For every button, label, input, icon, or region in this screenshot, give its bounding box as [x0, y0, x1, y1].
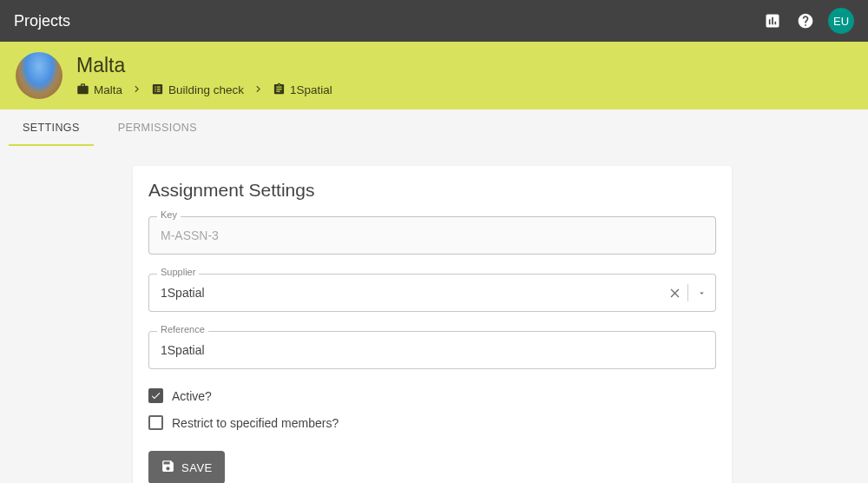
chevron-right-icon	[130, 83, 143, 98]
dropdown-icon[interactable]	[694, 285, 709, 301]
breadcrumb-label: Malta	[94, 83, 122, 96]
restrict-checkbox[interactable]	[148, 415, 163, 430]
save-icon	[161, 459, 175, 476]
reference-input[interactable]	[148, 331, 716, 369]
field-label: Supplier	[157, 267, 199, 277]
header-text: Malta Malta Building check	[76, 54, 332, 98]
field-reference: Reference	[148, 331, 716, 369]
card-title: Assignment Settings	[148, 180, 716, 201]
field-supplier: Supplier	[148, 274, 716, 312]
page-title: Malta	[76, 54, 332, 77]
check-label: Active?	[172, 389, 212, 403]
tab-settings[interactable]: SETTINGS	[3, 109, 99, 146]
breadcrumb-label: 1Spatial	[290, 83, 332, 96]
key-input	[148, 216, 716, 255]
field-label: Key	[157, 209, 181, 220]
tabs: SETTINGS PERMISSIONS	[0, 109, 868, 147]
list-box-icon	[151, 83, 164, 98]
field-label: Reference	[157, 324, 208, 334]
content-area: Assignment Settings Key Supplier Referen…	[0, 147, 868, 483]
supplier-input[interactable]	[148, 274, 716, 312]
breadcrumb-malta[interactable]: Malta	[76, 83, 122, 98]
supplier-actions	[667, 284, 709, 301]
assignment-icon	[273, 83, 286, 98]
top-bar-title: Projects	[14, 12, 762, 30]
help-icon[interactable]	[795, 10, 816, 31]
breadcrumb-label: Building check	[168, 83, 244, 96]
user-avatar[interactable]: EU	[828, 8, 854, 34]
breadcrumbs: Malta Building check 1Spatial	[76, 83, 332, 98]
active-checkbox[interactable]	[148, 388, 163, 403]
poll-icon[interactable]	[762, 10, 783, 31]
save-label: SAVE	[181, 461, 213, 474]
header-band: Malta Malta Building check	[0, 42, 868, 109]
top-bar-actions: EU	[762, 8, 854, 34]
check-restrict: Restrict to specified members?	[148, 415, 716, 430]
settings-card: Assignment Settings Key Supplier Referen…	[133, 166, 732, 483]
save-button[interactable]: SAVE	[148, 451, 225, 483]
check-active: Active?	[148, 388, 716, 403]
clear-icon[interactable]	[667, 285, 682, 301]
top-bar: Projects EU	[0, 0, 868, 42]
breadcrumb-building-check[interactable]: Building check	[151, 83, 244, 98]
divider	[687, 284, 688, 301]
tab-permissions[interactable]: PERMISSIONS	[99, 109, 216, 146]
check-label: Restrict to specified members?	[172, 416, 339, 430]
chevron-right-icon	[252, 83, 265, 98]
project-avatar	[16, 52, 62, 99]
briefcase-icon	[76, 83, 89, 98]
breadcrumb-1spatial[interactable]: 1Spatial	[273, 83, 332, 98]
field-key: Key	[148, 216, 716, 255]
